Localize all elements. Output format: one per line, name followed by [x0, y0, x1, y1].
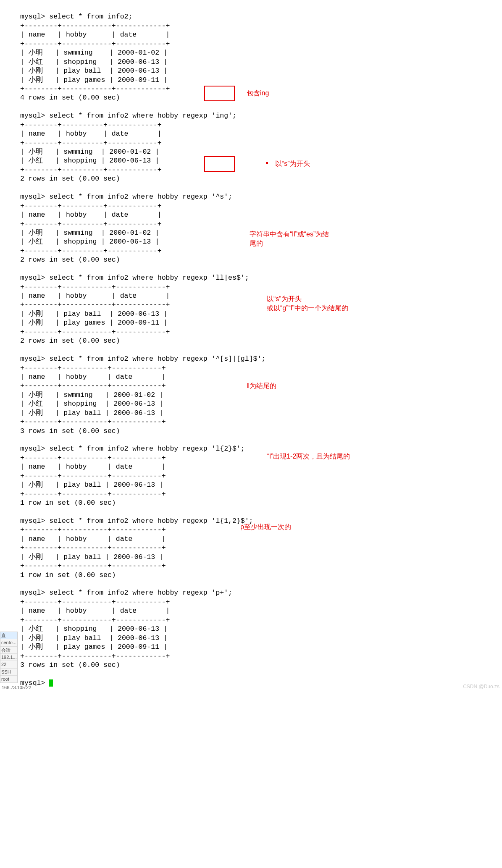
q4-table: +--------+------------+------------+ | n… — [20, 283, 170, 336]
q2-prompt-b: 'ing'; — [211, 112, 236, 120]
q2-prompt-a: mysql> select * from info2 where hobby r… — [20, 112, 211, 120]
highlight-box-caret-s — [204, 156, 235, 172]
q5-prompt: mysql> select * from info2 where hobby r… — [20, 355, 265, 363]
annotation-ing: 包含ing — [247, 89, 269, 98]
annotation-l2: ll为结尾的 — [247, 381, 276, 391]
sidebar-item[interactable]: 直 — [0, 632, 17, 639]
annotation-caret-s: 以“s”为开头 — [275, 159, 310, 168]
sidebar-item[interactable]: 会话 — [0, 647, 17, 654]
q6-table: +--------+-----------+------------+ | na… — [20, 454, 166, 498]
cursor-icon — [49, 679, 53, 687]
q5-result: 3 rows in set (0.00 sec) — [20, 427, 120, 435]
q6-result: 1 row in set (0.00 sec) — [20, 499, 116, 507]
q1-table: +--------+------------+------------+ | n… — [20, 22, 170, 93]
q3-result: 2 rows in set (0.00 sec) — [20, 256, 120, 264]
q6-prompt: mysql> select * from info2 where hobby r… — [20, 445, 245, 453]
q4-result: 2 rows in set (0.00 sec) — [20, 337, 120, 345]
q7-prompt: mysql> select * from info2 where hobby r… — [20, 517, 253, 525]
q3-table: +--------+----------+------------+ | nam… — [20, 202, 162, 255]
q2-table: +--------+----------+------------+ | nam… — [20, 121, 162, 174]
sidebar-item[interactable]: root — [0, 676, 17, 683]
q2-result: 2 rows in set (0.00 sec) — [20, 175, 120, 183]
sidebar-item[interactable]: SSH — [0, 669, 17, 676]
highlight-box-ing — [204, 86, 235, 101]
annotation-s-gl: 以“s”为开头 或以“g”“l”中的一个为结尾的 — [267, 294, 351, 313]
sidebar-item[interactable]: 22 — [0, 661, 17, 668]
sidebar-item[interactable]: cento... — [0, 639, 17, 646]
session-sidebar[interactable]: 直 cento... 会话 192.1... 22 SSH root — [0, 632, 18, 683]
q8-result: 3 rows in set (0.00 sec) — [20, 661, 120, 669]
q7-result: 1 row in set (0.00 sec) — [20, 571, 116, 579]
status-bar: 168.73.105:22 — [0, 684, 33, 691]
terminal-output: mysql> select * from info2; +--------+--… — [0, 0, 502, 691]
sidebar-item[interactable]: 192.1... — [0, 654, 17, 661]
annotation-l12: “l”出现1-2两次，且为结尾的 — [267, 452, 351, 461]
q5-table: +--------+-----------+------------+ | na… — [20, 364, 166, 426]
watermark: CSDN @Duo.zs — [463, 684, 499, 690]
annotation-pplus: p至少出现一次的 — [240, 522, 291, 532]
q7-table: +--------+-----------+------------+ | na… — [20, 526, 166, 570]
q8-table: +--------+------------+------------+ | n… — [20, 598, 170, 660]
q3-prompt-b: '^s'; — [211, 193, 232, 201]
annotation-ll-es: 字符串中含有“ll”或“es”为结尾的 — [250, 230, 334, 249]
q8-prompt: mysql> select * from info2 where hobby r… — [20, 589, 232, 597]
red-dot — [266, 162, 268, 164]
q1-prompt: mysql> select * from info2; — [20, 13, 132, 21]
q3-prompt-a: mysql> select * from info2 where hobby r… — [20, 193, 211, 201]
q4-prompt: mysql> select * from info2 where hobby r… — [20, 274, 249, 282]
q1-result: 4 rows in set (0.00 sec) — [20, 94, 120, 102]
